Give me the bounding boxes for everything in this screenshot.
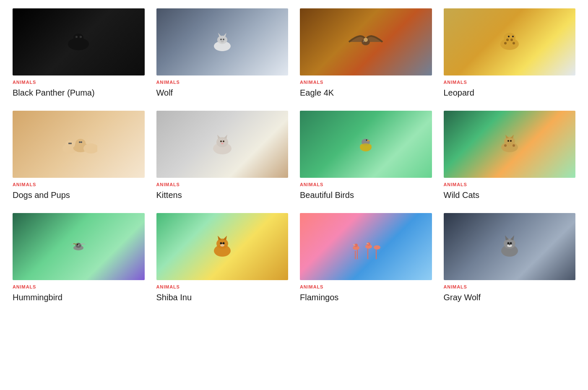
card-image-wolf2 (444, 213, 576, 280)
svg-point-5 (81, 36, 82, 38)
card-title-wolf: Wolf (156, 87, 289, 98)
svg-point-10 (220, 39, 222, 40)
category-label-leopard: ANIMALS (444, 80, 576, 85)
category-label-kittens: ANIMALS (156, 182, 289, 187)
card-title-eagle: Eagle 4K (300, 87, 432, 98)
svg-point-11 (223, 39, 224, 40)
svg-marker-57 (223, 236, 227, 240)
svg-marker-56 (218, 236, 221, 240)
svg-point-60 (220, 244, 224, 247)
category-label-wolf2: ANIMALS (444, 284, 576, 289)
svg-marker-46 (510, 135, 514, 138)
card-image-dogs-pups (13, 111, 145, 178)
svg-point-22 (504, 42, 507, 44)
card-title-flamingos: Flamingos (300, 292, 432, 303)
svg-point-29 (70, 143, 72, 144)
card-image-inner-leopard (444, 8, 576, 75)
card-black-panther[interactable]: ANIMALSBlack Panther (Puma) (13, 8, 145, 98)
svg-point-7 (217, 36, 227, 44)
svg-point-36 (220, 140, 222, 142)
svg-point-59 (222, 242, 224, 244)
card-image-inner-wolf2 (444, 213, 576, 280)
card-image-inner-hummingbird (13, 213, 145, 280)
card-wolf2[interactable]: ANIMALSGray Wolf (444, 213, 576, 303)
card-kittens[interactable]: ANIMALSKittens (156, 111, 289, 200)
card-leopard[interactable]: ANIMALSLeopard (444, 8, 576, 98)
card-title-kittens: Kittens (156, 190, 289, 200)
category-label-flamingos: ANIMALS (300, 284, 432, 289)
svg-marker-8 (218, 33, 221, 37)
card-eagle[interactable]: ANIMALSEagle 4K (300, 8, 432, 98)
svg-point-17 (508, 36, 510, 37)
svg-point-58 (220, 242, 222, 244)
category-label-hummingbird: ANIMALS (13, 284, 145, 289)
svg-point-77 (509, 244, 510, 245)
card-image-black-panther (13, 8, 145, 75)
card-title-beautiful-birds: Beautiful Birds (300, 190, 432, 200)
svg-point-37 (223, 140, 224, 142)
card-title-wolf2: Gray Wolf (444, 292, 576, 303)
card-image-flamingos (300, 213, 432, 280)
svg-point-16 (504, 33, 515, 43)
svg-point-12 (221, 41, 224, 42)
card-image-wild-cats (444, 111, 576, 178)
svg-point-4 (76, 36, 78, 38)
card-image-inner-kittens (156, 111, 289, 178)
svg-point-69 (374, 245, 380, 250)
card-beautiful-birds[interactable]: ANIMALSBeautiful Birds (300, 111, 432, 200)
svg-point-38 (221, 143, 224, 144)
card-wild-cats[interactable]: ANIMALSWild Cats (444, 111, 576, 200)
svg-point-31 (81, 141, 82, 143)
svg-point-18 (512, 36, 514, 37)
svg-marker-72 (505, 235, 509, 240)
card-image-shiba (156, 213, 289, 280)
svg-point-30 (79, 141, 81, 143)
card-image-inner-flamingos (300, 213, 432, 280)
svg-point-28 (68, 143, 70, 144)
svg-point-20 (510, 39, 513, 41)
card-dogs-pups[interactable]: ANIMALSDogs and Pups (13, 111, 145, 200)
svg-marker-73 (510, 235, 514, 240)
svg-marker-45 (505, 135, 509, 138)
category-label-beautiful-birds: ANIMALS (300, 182, 432, 187)
card-image-beautiful-birds (300, 111, 432, 178)
card-image-kittens (156, 111, 289, 178)
card-image-eagle (300, 8, 432, 75)
card-image-inner-wolf (156, 8, 289, 75)
svg-point-27 (75, 139, 86, 147)
svg-point-50 (513, 144, 515, 147)
card-image-leopard (444, 8, 576, 75)
category-label-eagle: ANIMALS (300, 80, 432, 85)
card-image-inner-shiba (156, 213, 289, 280)
card-image-inner-black-panther (13, 8, 145, 75)
svg-point-55 (216, 239, 228, 249)
svg-point-1 (73, 34, 83, 42)
card-title-black-panther: Black Panther (Puma) (13, 87, 145, 98)
category-label-shiba: ANIMALS (156, 284, 289, 289)
svg-point-47 (507, 140, 509, 142)
svg-point-49 (504, 144, 507, 147)
card-title-wild-cats: Wild Cats (444, 190, 576, 200)
card-wolf[interactable]: ANIMALSWolf (156, 8, 289, 98)
category-label-dogs-pups: ANIMALS (13, 182, 145, 187)
svg-point-21 (513, 42, 515, 44)
card-image-hummingbird (13, 213, 145, 280)
card-shiba[interactable]: ANIMALSShiba Inu (156, 213, 289, 303)
card-title-leopard: Leopard (444, 87, 576, 98)
card-flamingos[interactable]: ANIMALSFlamingos (300, 213, 432, 303)
card-image-inner-eagle (300, 8, 432, 75)
card-title-dogs-pups: Dogs and Pups (13, 190, 145, 200)
category-label-wild-cats: ANIMALS (444, 182, 576, 187)
svg-point-48 (510, 140, 512, 142)
category-label-black-panther: ANIMALS (13, 80, 145, 85)
card-image-inner-dogs-pups (13, 111, 145, 178)
svg-point-26 (65, 140, 75, 148)
svg-point-53 (77, 244, 78, 245)
svg-point-19 (506, 39, 509, 41)
card-title-hummingbird: Hummingbird (13, 292, 145, 303)
card-image-wolf (156, 8, 289, 75)
category-label-wolf: ANIMALS (156, 80, 289, 85)
svg-marker-9 (224, 33, 226, 37)
animal-grid: ANIMALSBlack Panther (Puma) ANIMALSWolf … (13, 8, 575, 303)
card-hummingbird[interactable]: ANIMALSHummingbird (13, 213, 145, 303)
